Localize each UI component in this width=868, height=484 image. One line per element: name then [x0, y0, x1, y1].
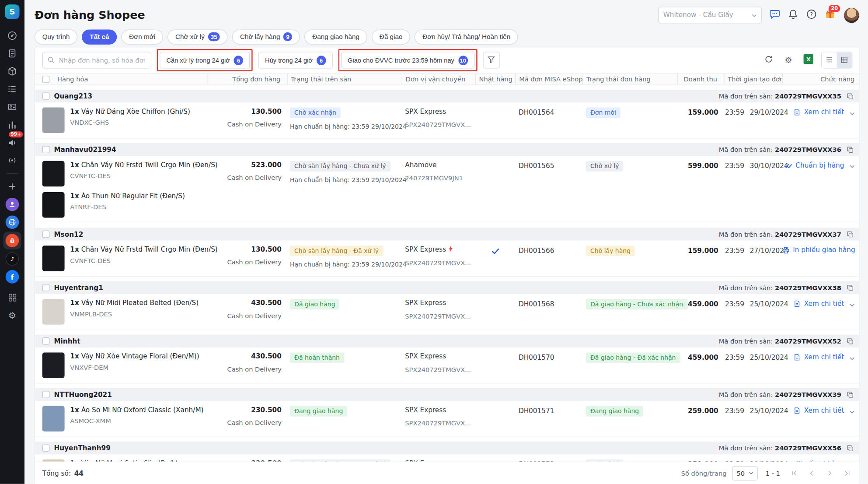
- copy-icon[interactable]: [847, 93, 854, 99]
- order-select-checkbox[interactable]: [42, 337, 50, 345]
- col-ma-don: Mã đơn MISA eShop: [515, 74, 582, 84]
- chevron-down-icon[interactable]: [850, 112, 854, 116]
- filter-can-xu-ly-24h[interactable]: Cần xử lý trong 24 giờ6: [160, 52, 250, 68]
- last-page-button[interactable]: [841, 467, 854, 479]
- order-action-link[interactable]: In phiếu giao hàng: [782, 246, 855, 254]
- product-sku: ATNRF-DES: [70, 203, 185, 211]
- prev-page-button[interactable]: [805, 467, 818, 479]
- order-select-checkbox[interactable]: [42, 146, 50, 153]
- product-sku: CVNFTC-DES: [70, 257, 217, 265]
- announcement-icon: [7, 137, 17, 147]
- order-action-link[interactable]: Xem chi tiết: [794, 353, 844, 361]
- help-button[interactable]: ?: [806, 9, 817, 21]
- order-group-header: NTTHuong2021 Mã đơn trên sàn: 240729TMGV…: [35, 388, 859, 401]
- order-action-link[interactable]: Xem chi tiết: [794, 407, 844, 414]
- customer-name: NTTHuong2021: [54, 391, 112, 399]
- payment-method: Cash on Delivery: [208, 312, 282, 320]
- tab-don-huy[interactable]: Đơn hủy/ Trả hàng/ Hoàn tiền: [415, 29, 518, 44]
- order-select-checkbox[interactable]: [42, 284, 50, 291]
- sidebar-item-apps[interactable]: [3, 289, 21, 305]
- tab-don-moi[interactable]: Đơn mới: [121, 29, 163, 44]
- floor-status-cell: Đã giao hàng: [287, 299, 402, 309]
- order-select-checkbox[interactable]: [42, 444, 50, 452]
- bell-icon: [788, 9, 798, 21]
- chat-button[interactable]: [770, 9, 780, 21]
- shopee-channel-icon[interactable]: S: [6, 234, 19, 247]
- col-trang-thai-don: Trạng thái đơn hàng: [582, 74, 677, 84]
- refresh-button[interactable]: [761, 53, 776, 67]
- notifications-button[interactable]: [788, 9, 798, 21]
- order-group-header: Quang213 Mã đơn trên sàn: 240729TMGVXX35: [35, 90, 859, 102]
- sidebar-item-invoices[interactable]: [3, 45, 21, 62]
- export-excel-button[interactable]: X: [801, 53, 816, 67]
- search-input[interactable]: [58, 56, 146, 64]
- chevron-down-icon[interactable]: [850, 357, 854, 361]
- products-cell: 1x Váy Nữ Xòe Vintage Floral (Đen/M)) VN…: [35, 352, 207, 378]
- order-select-checkbox[interactable]: [42, 391, 50, 398]
- tab-dang-giao-hang[interactable]: Đang giao hàng: [304, 29, 367, 44]
- tab-cho-xu-ly[interactable]: Chờ xử lý35: [167, 29, 228, 44]
- advanced-filter-button[interactable]: [483, 52, 499, 68]
- first-page-button[interactable]: [788, 467, 800, 479]
- sidebar-item-announcements[interactable]: 99+: [3, 134, 21, 151]
- copy-icon[interactable]: [847, 391, 854, 398]
- sidebar-item-orders[interactable]: [3, 81, 21, 97]
- order-status-badge: Đơn mới: [586, 108, 620, 118]
- tab-da-giao[interactable]: Đã giao: [372, 29, 410, 44]
- order-action-link[interactable]: Xem chi tiết: [794, 300, 844, 308]
- order-total: 130.500: [208, 108, 282, 116]
- prepare-deadline: Hạn chuẩn bị hàng: 23:59 29/10/2024: [290, 261, 402, 269]
- order-action-link[interactable]: Chuẩn bị hàng: [784, 161, 844, 169]
- refresh-icon: [764, 55, 773, 65]
- copy-icon[interactable]: [847, 231, 854, 237]
- order-action-link[interactable]: Xem chi tiết: [794, 108, 844, 116]
- tab-quy-trinh[interactable]: Quy trình: [35, 29, 77, 44]
- shopee-channel-active[interactable]: S: [3, 231, 21, 249]
- product-sku: VNMPLB-DES: [70, 310, 199, 318]
- gear-icon: ⚙: [8, 310, 16, 320]
- copy-icon[interactable]: [847, 338, 854, 344]
- chevron-down-icon[interactable]: [850, 303, 854, 307]
- tab-cho-lay-hang[interactable]: Chờ lấy hàng9: [232, 29, 300, 44]
- product-item: 1x Áo Thun Nữ Regular Fit (Đen/S) ATNRF-…: [42, 192, 208, 218]
- table-settings-button[interactable]: ⚙: [781, 53, 795, 67]
- copy-icon[interactable]: [847, 146, 854, 153]
- filter-count-badge: 10: [458, 56, 468, 65]
- branch-selector[interactable]: Whitenow - Cầu Giấy: [658, 7, 762, 23]
- sidebar-item-partners[interactable]: [3, 98, 21, 115]
- copy-icon[interactable]: [847, 445, 854, 451]
- order-status-badge: Đang giao hàng: [586, 406, 644, 417]
- filter-huy-24h[interactable]: Hủy trong 24 giờ6: [258, 52, 333, 68]
- list-view-button[interactable]: [822, 53, 837, 68]
- chevron-down-icon[interactable]: [850, 410, 854, 414]
- website-channel-icon[interactable]: [6, 215, 19, 229]
- created-time: 23:59: [725, 247, 744, 255]
- payment-method: Cash on Delivery: [208, 174, 282, 182]
- page-size-select[interactable]: 50: [732, 466, 758, 480]
- search-box[interactable]: [42, 52, 151, 68]
- filter-giao-dvvc[interactable]: Giao cho ĐVVC trước 23:59 hôm nay10: [341, 52, 474, 68]
- promotions-button[interactable]: 20: [825, 8, 836, 22]
- app-logo-icon[interactable]: S: [5, 4, 19, 19]
- facebook-channel-icon[interactable]: f: [6, 270, 19, 284]
- add-channel-button[interactable]: [3, 178, 21, 195]
- tiktok-channel-icon[interactable]: ♪: [6, 252, 19, 266]
- user-avatar[interactable]: [844, 7, 860, 23]
- order-row: 1x Váy Nữ Dáng Xòe Chiffon (Ghi/S) VNDXC…: [35, 102, 859, 139]
- order-status-cell: Đã giao hàng - Chưa xác nhận: [582, 299, 677, 309]
- tab-tat-ca[interactable]: Tất cả: [82, 29, 117, 44]
- main-content: Đơn hàng Shopee Whitenow - Cầu Giấy ?: [24, 0, 868, 484]
- sidebar-item-products[interactable]: [3, 63, 21, 80]
- sidebar-item-overview[interactable]: [3, 27, 21, 44]
- channel-avatar-purple[interactable]: [6, 198, 19, 211]
- chevron-down-icon[interactable]: [850, 165, 854, 168]
- order-select-checkbox[interactable]: [42, 92, 50, 100]
- carrier-cell: SPX Express SPX240729TMGVX...: [402, 246, 475, 267]
- sidebar-item-settings[interactable]: ⚙: [3, 307, 21, 323]
- next-page-button[interactable]: [823, 467, 836, 479]
- sidebar-item-live[interactable]: [3, 152, 21, 168]
- select-all-checkbox[interactable]: [42, 75, 50, 83]
- copy-icon[interactable]: [847, 284, 854, 291]
- grid-view-button[interactable]: [837, 53, 852, 68]
- order-select-checkbox[interactable]: [42, 231, 50, 238]
